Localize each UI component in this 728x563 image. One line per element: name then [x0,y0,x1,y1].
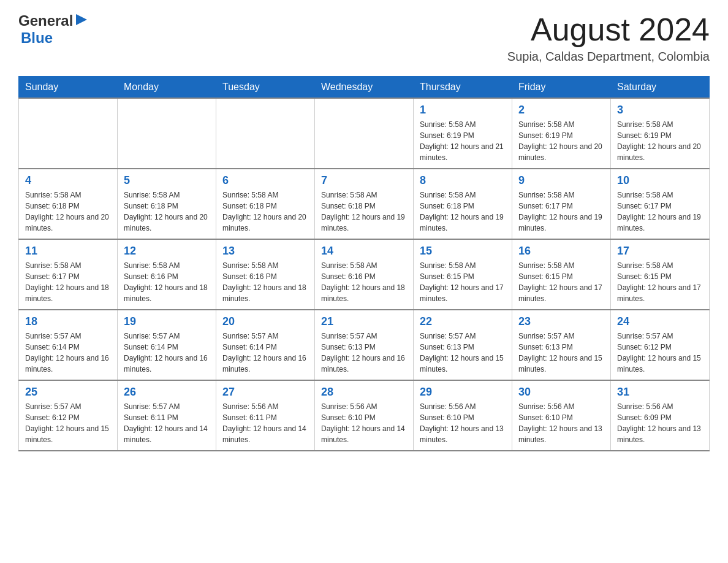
calendar-day-header: Saturday [611,77,710,99]
day-info: Sunrise: 5:58 AM Sunset: 6:15 PM Dayligh… [420,260,506,304]
day-number: 29 [420,386,506,399]
day-number: 13 [222,245,308,258]
calendar-day-header: Wednesday [315,77,414,99]
day-number: 5 [124,174,210,187]
calendar-header-row: SundayMondayTuesdayWednesdayThursdayFrid… [19,77,710,99]
day-info: Sunrise: 5:56 AM Sunset: 6:10 PM Dayligh… [420,401,506,445]
day-number: 27 [222,386,308,399]
day-info: Sunrise: 5:58 AM Sunset: 6:16 PM Dayligh… [222,260,308,304]
day-number: 18 [25,315,111,328]
calendar-week-row: 25Sunrise: 5:57 AM Sunset: 6:12 PM Dayli… [19,380,710,451]
calendar-cell: 15Sunrise: 5:58 AM Sunset: 6:15 PM Dayli… [414,239,512,310]
calendar-cell [19,98,118,169]
calendar-cell: 20Sunrise: 5:57 AM Sunset: 6:14 PM Dayli… [216,310,315,380]
day-info: Sunrise: 5:58 AM Sunset: 6:17 PM Dayligh… [617,190,703,234]
calendar-cell: 7Sunrise: 5:58 AM Sunset: 6:18 PM Daylig… [315,169,414,239]
calendar-cell: 10Sunrise: 5:58 AM Sunset: 6:17 PM Dayli… [611,169,710,239]
day-number: 3 [617,104,703,117]
day-info: Sunrise: 5:57 AM Sunset: 6:12 PM Dayligh… [617,331,703,375]
day-info: Sunrise: 5:57 AM Sunset: 6:11 PM Dayligh… [124,401,210,445]
calendar-day-header: Thursday [414,77,512,99]
day-info: Sunrise: 5:58 AM Sunset: 6:17 PM Dayligh… [25,260,111,304]
day-info: Sunrise: 5:58 AM Sunset: 6:18 PM Dayligh… [25,190,111,234]
calendar-table: SundayMondayTuesdayWednesdayThursdayFrid… [18,76,710,451]
title-area: August 2024 Supia, Caldas Department, Co… [507,12,710,64]
day-number: 17 [617,245,703,258]
calendar-cell: 31Sunrise: 5:56 AM Sunset: 6:09 PM Dayli… [611,380,710,451]
day-number: 1 [420,104,506,117]
day-info: Sunrise: 5:57 AM Sunset: 6:13 PM Dayligh… [321,331,407,375]
calendar-week-row: 1Sunrise: 5:58 AM Sunset: 6:19 PM Daylig… [19,98,710,169]
day-number: 28 [321,386,407,399]
calendar-cell: 23Sunrise: 5:57 AM Sunset: 6:13 PM Dayli… [512,310,611,380]
calendar-cell: 27Sunrise: 5:56 AM Sunset: 6:11 PM Dayli… [216,380,315,451]
calendar-cell: 16Sunrise: 5:58 AM Sunset: 6:15 PM Dayli… [512,239,611,310]
calendar-cell: 4Sunrise: 5:58 AM Sunset: 6:18 PM Daylig… [19,169,118,239]
day-info: Sunrise: 5:58 AM Sunset: 6:19 PM Dayligh… [617,119,703,163]
calendar-cell: 2Sunrise: 5:58 AM Sunset: 6:19 PM Daylig… [512,98,611,169]
calendar-week-row: 18Sunrise: 5:57 AM Sunset: 6:14 PM Dayli… [19,310,710,380]
calendar-cell: 9Sunrise: 5:58 AM Sunset: 6:17 PM Daylig… [512,169,611,239]
logo-blue-text: Blue [21,29,53,46]
page-header: General Blue August 2024 Supia, Caldas D… [18,12,710,64]
day-info: Sunrise: 5:58 AM Sunset: 6:15 PM Dayligh… [518,260,604,304]
day-info: Sunrise: 5:58 AM Sunset: 6:18 PM Dayligh… [321,190,407,234]
day-number: 21 [321,315,407,328]
calendar-cell: 17Sunrise: 5:58 AM Sunset: 6:15 PM Dayli… [611,239,710,310]
day-info: Sunrise: 5:58 AM Sunset: 6:17 PM Dayligh… [518,190,604,234]
day-number: 23 [518,315,604,328]
day-info: Sunrise: 5:56 AM Sunset: 6:09 PM Dayligh… [617,401,703,445]
day-info: Sunrise: 5:57 AM Sunset: 6:13 PM Dayligh… [518,331,604,375]
day-number: 16 [518,245,604,258]
day-info: Sunrise: 5:58 AM Sunset: 6:18 PM Dayligh… [124,190,210,234]
day-number: 2 [518,104,604,117]
day-number: 8 [420,174,506,187]
calendar-cell: 29Sunrise: 5:56 AM Sunset: 6:10 PM Dayli… [414,380,512,451]
day-number: 15 [420,245,506,258]
day-info: Sunrise: 5:58 AM Sunset: 6:16 PM Dayligh… [124,260,210,304]
logo-general-text: General [18,12,73,29]
calendar-cell: 19Sunrise: 5:57 AM Sunset: 6:14 PM Dayli… [118,310,216,380]
day-info: Sunrise: 5:58 AM Sunset: 6:19 PM Dayligh… [518,119,604,163]
day-number: 24 [617,315,703,328]
calendar-cell: 5Sunrise: 5:58 AM Sunset: 6:18 PM Daylig… [118,169,216,239]
calendar-cell: 21Sunrise: 5:57 AM Sunset: 6:13 PM Dayli… [315,310,414,380]
calendar-week-row: 4Sunrise: 5:58 AM Sunset: 6:18 PM Daylig… [19,169,710,239]
day-info: Sunrise: 5:57 AM Sunset: 6:14 PM Dayligh… [222,331,308,375]
day-info: Sunrise: 5:57 AM Sunset: 6:14 PM Dayligh… [124,331,210,375]
day-info: Sunrise: 5:56 AM Sunset: 6:10 PM Dayligh… [518,401,604,445]
day-number: 22 [420,315,506,328]
calendar-cell: 22Sunrise: 5:57 AM Sunset: 6:13 PM Dayli… [414,310,512,380]
calendar-week-row: 11Sunrise: 5:58 AM Sunset: 6:17 PM Dayli… [19,239,710,310]
calendar-cell: 12Sunrise: 5:58 AM Sunset: 6:16 PM Dayli… [118,239,216,310]
day-number: 26 [124,386,210,399]
location-title: Supia, Caldas Department, Colombia [507,50,710,64]
day-info: Sunrise: 5:56 AM Sunset: 6:11 PM Dayligh… [222,401,308,445]
calendar-cell: 25Sunrise: 5:57 AM Sunset: 6:12 PM Dayli… [19,380,118,451]
day-info: Sunrise: 5:58 AM Sunset: 6:19 PM Dayligh… [420,119,506,163]
day-number: 25 [25,386,111,399]
calendar-day-header: Friday [512,77,611,99]
day-info: Sunrise: 5:58 AM Sunset: 6:15 PM Dayligh… [617,260,703,304]
day-number: 11 [25,245,111,258]
calendar-cell: 11Sunrise: 5:58 AM Sunset: 6:17 PM Dayli… [19,239,118,310]
calendar-cell: 18Sunrise: 5:57 AM Sunset: 6:14 PM Dayli… [19,310,118,380]
day-info: Sunrise: 5:58 AM Sunset: 6:18 PM Dayligh… [222,190,308,234]
day-info: Sunrise: 5:58 AM Sunset: 6:16 PM Dayligh… [321,260,407,304]
calendar-cell [315,98,414,169]
calendar-day-header: Tuesday [216,77,315,99]
calendar-cell: 26Sunrise: 5:57 AM Sunset: 6:11 PM Dayli… [118,380,216,451]
day-number: 19 [124,315,210,328]
day-number: 7 [321,174,407,187]
day-info: Sunrise: 5:56 AM Sunset: 6:10 PM Dayligh… [321,401,407,445]
calendar-cell: 1Sunrise: 5:58 AM Sunset: 6:19 PM Daylig… [414,98,512,169]
day-info: Sunrise: 5:57 AM Sunset: 6:13 PM Dayligh… [420,331,506,375]
calendar-cell [118,98,216,169]
day-number: 6 [222,174,308,187]
calendar-cell: 8Sunrise: 5:58 AM Sunset: 6:18 PM Daylig… [414,169,512,239]
calendar-day-header: Sunday [19,77,118,99]
calendar-cell: 30Sunrise: 5:56 AM Sunset: 6:10 PM Dayli… [512,380,611,451]
day-number: 20 [222,315,308,328]
day-info: Sunrise: 5:57 AM Sunset: 6:14 PM Dayligh… [25,331,111,375]
day-number: 10 [617,174,703,187]
